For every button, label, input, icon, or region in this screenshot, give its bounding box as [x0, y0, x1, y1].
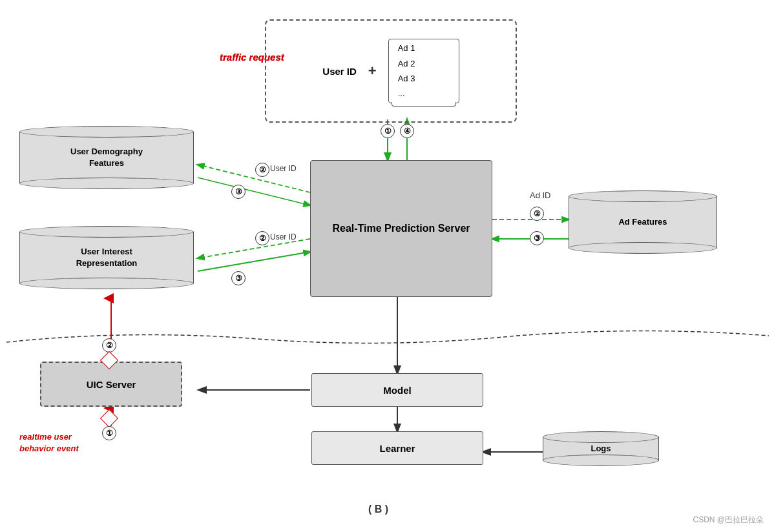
badge-1-top: ①	[381, 124, 395, 138]
ad-item-1: Ad 1	[398, 41, 415, 56]
diamond-uic-bottom	[100, 409, 118, 427]
badge-2-ad: ②	[530, 207, 544, 221]
ad-item-ellipsis: ...	[398, 86, 405, 101]
traffic-request-box: User ID + Ad 1 Ad 2 Ad 3 ...	[265, 19, 517, 123]
rtps-label: Real-Time Prediction Server	[332, 221, 470, 236]
rtps-box: Real-Time Prediction Server	[310, 160, 492, 297]
badge-3-ad: ③	[530, 231, 544, 245]
user-interest-db: User InterestRepresentation	[19, 226, 194, 289]
logs-db: Logs	[543, 431, 659, 466]
caption: ( B )	[368, 504, 388, 515]
user-id-label-demo: User ID	[270, 164, 297, 173]
ad-item-2: Ad 2	[398, 56, 415, 71]
user-id-label-interest: User ID	[270, 232, 297, 241]
svg-line-3	[198, 178, 310, 205]
ad-features-db: Ad Features	[569, 190, 717, 254]
model-box: Model	[311, 373, 483, 407]
badge-3-demo: ③	[231, 185, 246, 199]
svg-line-4	[198, 239, 310, 258]
user-demography-db: User DemographyFeatures	[19, 126, 194, 189]
uic-label: UIC Server	[87, 378, 136, 391]
model-label: Model	[383, 385, 411, 396]
uic-diamond-bottom: ①	[102, 412, 116, 440]
ad-id-label: Ad ID	[530, 190, 551, 200]
diagram-container: traffic request traffic request User ID …	[0, 0, 774, 532]
learner-box: Learner	[311, 431, 483, 465]
badge-2-interest: ②	[255, 231, 269, 245]
user-id-label: User ID	[322, 66, 357, 77]
ad-item-3: Ad 3	[398, 71, 415, 86]
watermark: CSDN @巴拉巴拉朵	[693, 515, 764, 526]
svg-line-5	[198, 252, 310, 271]
badge-1-uic: ①	[102, 426, 116, 440]
badge-3-interest: ③	[231, 271, 246, 285]
uic-diamond-area: ②	[102, 338, 116, 367]
uic-server-box: UIC Server	[40, 362, 182, 407]
realtime-label: realtime userbehavior event	[19, 431, 79, 455]
diamond-uic-top	[100, 351, 118, 369]
ad-list-box: Ad 1 Ad 2 Ad 3 ...	[388, 39, 459, 103]
plus-sign: +	[368, 63, 377, 79]
badge-2-uic: ②	[102, 338, 116, 353]
badge-4: ④	[400, 124, 414, 138]
learner-label: Learner	[379, 443, 415, 454]
badge-2-demo: ②	[255, 163, 269, 177]
